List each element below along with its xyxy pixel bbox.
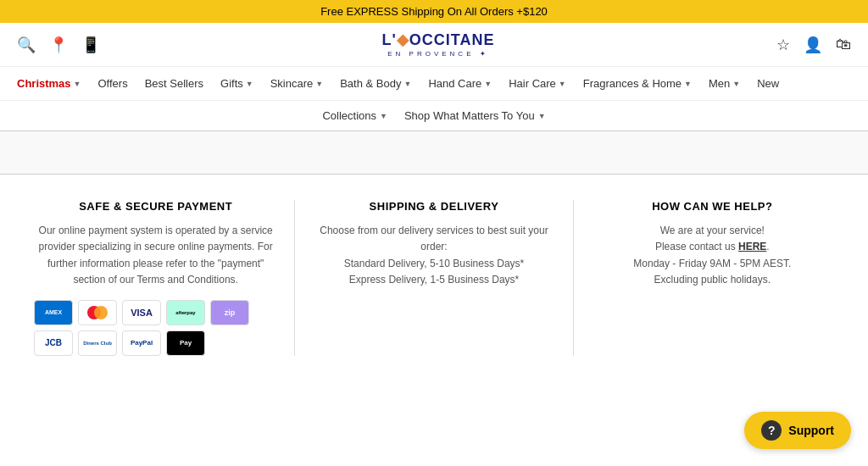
nav-item-gifts[interactable]: Gifts ▼ [212,67,262,100]
footer-help-text: We are at your service! Please contact u… [591,223,834,288]
cart-icon[interactable]: 🛍 [836,36,851,53]
footer-standard-delivery: Standard Delivery, 5-10 Business Days* [312,256,555,272]
here-link[interactable]: HERE [738,241,766,252]
chevron-down-icon: ▼ [403,80,411,88]
payment-applepay: Pay [166,330,205,356]
payment-jcb: JCB [34,330,73,356]
footer-col-shipping: SHIPPING & DELIVERY Choose from our deli… [294,200,572,356]
header-right-icons: ☆ 👤 🛍 [776,36,851,54]
payment-visa: VISA [122,300,161,325]
footer-shipping-text: Choose from our delivery services to bes… [312,223,555,255]
banner-text: Free EXPRESS Shipping On All Orders +$12… [320,5,548,18]
nav-item-men[interactable]: Men ▼ [700,67,748,100]
nav-item-hand-care[interactable]: Hand Care ▼ [420,67,500,100]
chevron-down-icon: ▼ [74,80,81,88]
nav-item-best-sellers[interactable]: Best Sellers [136,67,212,100]
chevron-down-icon: ▼ [684,80,692,88]
footer-express-delivery: Express Delivery, 1-5 Business Days* [312,272,555,288]
logo-subtitle: EN PROVENCE ✦ [382,50,495,58]
account-icon[interactable]: 👤 [804,36,822,54]
wishlist-icon[interactable]: ☆ [776,36,790,54]
location-icon[interactable]: 📍 [49,36,68,54]
footer-payment-text: Our online payment system is operated by… [34,223,277,288]
footer-col-help: HOW CAN WE HELP? We are at your service!… [573,200,851,356]
footer-help-title: HOW CAN WE HELP? [591,200,834,213]
logo-wrapper: L'◆OCCITANE EN PROVENCE ✦ [100,31,776,58]
nav-item-christmas[interactable]: Christmas ▼ [8,67,90,100]
chevron-down-icon: ▼ [732,80,740,88]
support-icon: ? [761,420,782,441]
footer-payment-title: SAFE & SECURE PAYMENT [34,200,277,213]
nav-item-offers[interactable]: Offers [90,67,136,100]
chevron-down-icon: ▼ [484,80,492,88]
sub-nav-item-collections[interactable]: Collections ▼ [322,109,387,122]
nav-item-skincare[interactable]: Skincare ▼ [262,67,332,100]
chevron-down-icon: ▼ [246,80,253,88]
support-button[interactable]: ? Support [744,412,851,449]
main-nav: Christmas ▼ Offers Best Sellers Gifts ▼ … [0,67,868,101]
mobile-icon[interactable]: 📱 [81,36,100,54]
payment-afterpay: afterpay [166,300,205,325]
chevron-down-icon: ▼ [315,80,323,88]
search-icon[interactable]: 🔍 [17,36,36,54]
chevron-down-icon: ▼ [538,112,546,120]
logo[interactable]: L'◆OCCITANE EN PROVENCE ✦ [382,31,495,58]
header-left-icons: 🔍 📍 📱 [17,36,100,54]
chevron-down-icon: ▼ [380,112,387,120]
svg-point-1 [94,306,108,319]
support-label: Support [788,424,834,437]
footer-shipping-title: SHIPPING & DELIVERY [312,200,555,213]
payment-mastercard [78,300,117,325]
payment-paypal: PayPal [122,330,161,356]
payment-amex: AMEX [34,300,73,325]
chevron-down-icon: ▼ [559,80,566,88]
nav-item-fragrances-home[interactable]: Fragrances & Home ▼ [575,67,700,100]
footer: SAFE & SECURE PAYMENT Our online payment… [0,174,868,373]
footer-col-payment: SAFE & SECURE PAYMENT Our online payment… [17,200,294,356]
top-banner: Free EXPRESS Shipping On All Orders +$12… [0,0,868,23]
sub-nav-item-shop-what-matters[interactable]: Shop What Matters To You ▼ [404,109,546,122]
main-content [0,131,868,174]
payment-zip: zip [210,300,249,325]
nav-item-hair-care[interactable]: Hair Care ▼ [500,67,575,100]
nav-item-bath-body[interactable]: Bath & Body ▼ [331,67,420,100]
payment-diners: Diners Club [78,330,117,356]
sub-nav: Collections ▼ Shop What Matters To You ▼ [0,101,868,131]
nav-item-new[interactable]: New [748,67,787,100]
payment-icons: AMEX VISA afterpay zip JCB Diners Club P… [34,300,277,356]
header: 🔍 📍 📱 L'◆OCCITANE EN PROVENCE ✦ ☆ 👤 🛍 [0,23,868,67]
logo-name: L'◆OCCITANE [382,31,495,50]
